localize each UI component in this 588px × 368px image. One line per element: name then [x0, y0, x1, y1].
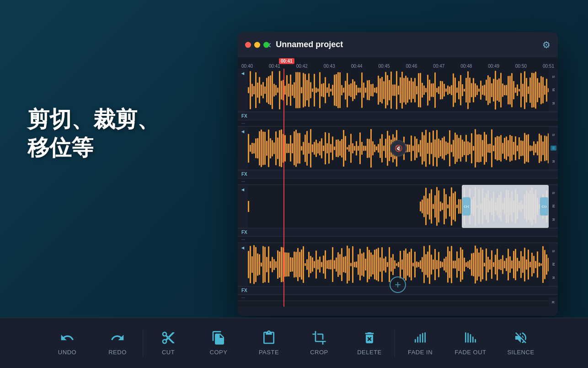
title-bar: ‹ Unnamed project ⚙ — [238, 32, 558, 57]
track-2-waveform[interactable]: 🔇 — [248, 127, 549, 170]
copy-label: COPY — [210, 349, 228, 356]
mute-button[interactable]: 🔇 — [390, 140, 406, 157]
copy-button[interactable]: COPY — [193, 324, 244, 363]
ruler-mark: 00:42 — [296, 64, 308, 69]
track-1-fx-label[interactable]: FX — [241, 114, 247, 119]
track-1-m-label[interactable]: M — [551, 88, 556, 92]
svg-rect-9 — [475, 339, 476, 343]
ruler-mark: 00:44 — [351, 64, 363, 69]
track-2-m-label[interactable]: M — [551, 146, 556, 151]
track-2-dots: ··· — [241, 179, 245, 184]
track-1-fx-row: FX — [238, 112, 558, 120]
track-4-s-label[interactable]: S — [551, 250, 556, 252]
track-1-controls: ◄ — [238, 69, 248, 112]
track-1-r-label[interactable]: R — [551, 102, 556, 105]
ruler-mark: 00:49 — [488, 64, 499, 69]
svg-rect-1 — [417, 336, 418, 342]
silence-label: SILENCE — [507, 349, 534, 356]
track-2-right-controls: S M R — [549, 127, 558, 170]
track-2-fx-label[interactable]: FX — [241, 172, 247, 177]
fade-out-icon — [463, 330, 478, 345]
track-3-r-label[interactable]: R — [551, 218, 556, 221]
crop-label: CROP — [310, 349, 328, 356]
track-3-m-label[interactable]: M — [551, 205, 556, 208]
redo-button[interactable]: REDO — [92, 324, 143, 363]
track-4-volume-icon[interactable]: ◄ — [241, 245, 246, 250]
paste-button[interactable]: PASTE — [244, 324, 294, 363]
track-2-fx-row: FX — [238, 170, 558, 179]
traffic-lights — [245, 42, 269, 48]
track-4-fx-label[interactable]: FX — [241, 288, 247, 293]
selection-handle-left[interactable]: ‹ — [462, 197, 470, 216]
svg-rect-3 — [422, 333, 423, 342]
cut-label: CUT — [162, 349, 175, 356]
track-2[interactable]: ◄ 🔇 S M R — [238, 127, 558, 170]
svg-rect-6 — [467, 333, 469, 342]
crop-button[interactable]: CROP — [294, 324, 344, 363]
settings-button[interactable]: ⚙ — [542, 39, 551, 50]
ruler-mark: 00:45 — [379, 64, 390, 69]
undo-icon — [60, 330, 75, 345]
track-1-waveform[interactable] — [248, 69, 549, 112]
fade-in-icon — [413, 330, 428, 345]
track-3-volume-icon[interactable]: ◄ — [241, 187, 246, 192]
close-button[interactable] — [245, 42, 251, 48]
track-1-volume-icon[interactable]: ◄ — [241, 70, 246, 76]
delete-icon — [362, 330, 377, 345]
track-1-s-label[interactable]: S — [551, 76, 556, 78]
track-3-fx-row: FX — [238, 228, 558, 237]
delete-label: DELETE — [357, 349, 382, 356]
track-selection[interactable]: ‹ › — [462, 185, 549, 228]
svg-rect-8 — [472, 336, 474, 342]
track-2-r-label[interactable]: R — [551, 160, 556, 163]
copy-icon — [211, 330, 226, 345]
cut-button[interactable]: CUT — [143, 324, 193, 363]
crop-icon — [312, 330, 326, 345]
fade-in-button[interactable]: FADE IN — [395, 324, 445, 363]
waveform-canvas-1 — [248, 69, 549, 112]
fade-out-button[interactable]: FADE OUT — [445, 324, 496, 363]
paste-label: PASTE — [259, 349, 279, 356]
ruler-mark: 00:47 — [433, 64, 444, 69]
undo-label: UNDO — [58, 349, 76, 356]
track-3-s-label[interactable]: S — [551, 192, 556, 194]
silence-button[interactable]: SILENCE — [496, 324, 546, 363]
track-3-waveform[interactable]: ‹ › — [248, 185, 549, 228]
svg-rect-7 — [470, 334, 471, 343]
undo-button[interactable]: UNDO — [42, 324, 92, 363]
track-2-s-label[interactable]: S — [551, 134, 556, 136]
track-3-dots-row: ··· — [238, 237, 558, 243]
selection-handle-right[interactable]: › — [540, 197, 548, 216]
track-3[interactable]: ◄ ‹ › S M R — [238, 185, 558, 228]
track-4-m-label[interactable]: M — [551, 263, 556, 266]
playhead-time: 00:41 — [279, 58, 294, 64]
maximize-button[interactable] — [263, 42, 269, 48]
add-track-button[interactable]: + — [390, 276, 406, 293]
track-3-fx-label[interactable]: FX — [241, 230, 247, 235]
ruler-mark: 00:46 — [406, 64, 417, 69]
track-1-dots: ··· — [241, 121, 245, 126]
track-4-dots-row: ··· — [238, 295, 558, 301]
tracks-area: ◄ S M R FX ··· ◄ — [238, 69, 558, 307]
track-1-right-controls: S M R — [549, 69, 558, 112]
minimize-button[interactable] — [254, 42, 260, 48]
ruler-mark: 00:40 — [241, 64, 253, 69]
track-2-dots-row: ··· — [238, 179, 558, 185]
redo-label: REDO — [108, 349, 127, 356]
track-2-controls: ◄ — [238, 127, 248, 170]
delete-button[interactable]: DELETE — [344, 324, 395, 363]
track-1[interactable]: ◄ S M R — [238, 69, 558, 112]
app-window: ‹ Unnamed project ⚙ 00:40 00:41 00:42 00… — [238, 32, 558, 316]
fade-in-label: FADE IN — [408, 349, 433, 356]
track-3-dots: ··· — [241, 237, 245, 242]
track-4-r-label[interactable]: R — [551, 276, 556, 279]
track-3-controls: ◄ — [238, 185, 248, 228]
ruler-mark: 00:43 — [324, 64, 335, 69]
silence-icon — [513, 330, 528, 345]
track-3-right-controls: S M R — [549, 185, 558, 228]
bottom-r-label: R — [552, 300, 555, 304]
track-4-right-controls: S M R — [549, 243, 558, 286]
project-title: Unnamed project — [276, 40, 343, 49]
track-2-volume-icon[interactable]: ◄ — [241, 129, 246, 134]
cut-icon — [161, 330, 176, 345]
